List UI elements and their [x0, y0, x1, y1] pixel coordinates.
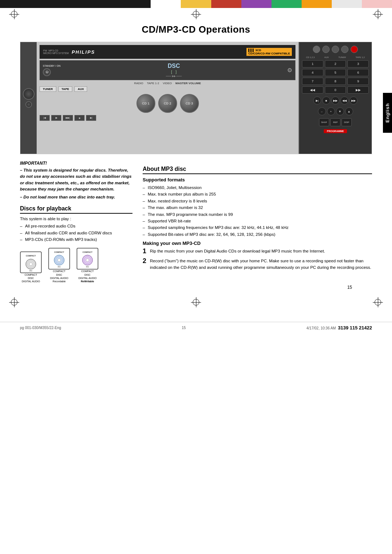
brand-logo: PHILIPS [72, 49, 95, 55]
standby-label: STANDBY / ON [43, 65, 61, 67]
num-0[interactable]: 0 [325, 86, 346, 94]
svg-point-15 [86, 259, 89, 262]
page-title: CD/MP3-CD Operations [20, 24, 372, 35]
color-block-1 [0, 0, 30, 8]
remote-program-btn[interactable]: PROGRAMME [324, 129, 347, 133]
num-3[interactable]: 3 [347, 60, 369, 67]
tune-up[interactable]: ▲ [345, 107, 353, 115]
vol-down[interactable]: – [318, 107, 326, 115]
important-text: – This system is designed for regular di… [20, 167, 132, 200]
num-8[interactable]: 8 [325, 78, 346, 85]
color-block-orange [302, 0, 332, 8]
reg-mark-bl [11, 299, 17, 305]
disc-svg-recordable: COMPACT disc [48, 248, 70, 270]
cd-slot-3[interactable]: CD 3 [180, 94, 199, 113]
remote-src3[interactable] [341, 46, 348, 53]
aux-tab[interactable]: AUX [74, 86, 87, 92]
speaker-left [20, 42, 37, 154]
remote-power[interactable] [351, 46, 358, 53]
num-5[interactable]: 5 [325, 69, 346, 76]
format-item-5: Supported VBR bit-rate [143, 218, 372, 224]
svg-text:COMPACT: COMPACT [26, 255, 36, 257]
nav-play[interactable]: ▶| [313, 97, 321, 104]
power-icon: ⏻ [45, 70, 48, 74]
vol-up[interactable]: + [327, 107, 335, 115]
remote-repeat[interactable]: REP [330, 118, 340, 126]
remote-shuffle[interactable]: SHUF [319, 118, 329, 126]
3cd-badge: ▌▌▌ 3CDCD/CDR/CD-RW COMPATIBLE [246, 48, 292, 56]
num-2[interactable]: 2 [325, 60, 346, 67]
stop-btn[interactable]: ■ [74, 115, 85, 121]
num-9[interactable]: 9 [347, 78, 369, 85]
reg-mark-br [375, 299, 381, 305]
remote-mute[interactable] [313, 46, 320, 53]
supported-formats-heading: Supported formats [143, 177, 372, 182]
remote-src2[interactable] [332, 46, 339, 53]
reg-marks-top [0, 8, 392, 20]
two-column-layout: IMPORTANT! – This system is designed for… [20, 161, 372, 283]
important-p2: – Do not load more than one disc into ea… [20, 194, 132, 200]
bottom-doc-ref: pg 001-030/M355/22-Eng [20, 326, 61, 330]
dsc-label: DSC [61, 63, 287, 69]
reg-mark-tr [375, 11, 381, 17]
disc-label-standard: COMPACTDISCDIGITAL AUDIO [22, 273, 40, 283]
num-prev[interactable]: ◀◀ [302, 86, 323, 94]
tune-down[interactable]: ▼ [336, 107, 344, 115]
remote-control: CD 1,2,3 AUX TUNER TAPE 1,2 1 2 3 4 5 6 … [299, 42, 372, 154]
disc-svg-standard: COMPACT disc [20, 251, 42, 273]
color-block-3 [60, 0, 90, 8]
prev-btn[interactable]: |◀ [40, 115, 50, 121]
cd-slot-1[interactable]: CD 1 [136, 94, 155, 113]
speaker-tweeter [25, 101, 32, 108]
format-item-0: ISO9660, Joliet, Multisession [143, 184, 372, 191]
disc-icon-recordable: COMPACT disc COMPACTDISCDIGITAL AUDIORec… [48, 248, 70, 283]
reg-mark-bc [193, 299, 199, 305]
num-next[interactable]: ▶▶ [347, 86, 369, 94]
making-mp3-heading: Making your own MP3-CD [143, 241, 372, 246]
nav-rew[interactable]: ◀◀ [340, 97, 348, 104]
main-content: English CD/MP3-CD Operations FW MP3-CDMI… [0, 20, 392, 297]
remote-top-row [313, 46, 358, 53]
tuner-tab[interactable]: TUNER [40, 86, 56, 92]
num-4[interactable]: 4 [302, 69, 323, 76]
remote-extra: SHUF REP DISP [319, 118, 352, 126]
cd-slot-2[interactable]: CD 2 [158, 94, 177, 113]
play-btn[interactable]: ▶ [51, 115, 61, 121]
tape-tab[interactable]: TAPE [58, 86, 73, 92]
remote-src1[interactable] [322, 46, 330, 53]
pause-btn[interactable]: ▶▶| [63, 115, 73, 121]
important-title: IMPORTANT! [20, 161, 132, 166]
num-7[interactable]: 7 [302, 78, 323, 85]
svg-point-3 [29, 263, 32, 266]
power-button[interactable]: ⏻ [43, 68, 51, 76]
remote-display[interactable]: DISP [342, 118, 352, 126]
stereo-body: FW MP3-CDMICRO MP3 SYSTEM PHILIPS ▌▌▌ 3C… [37, 42, 299, 154]
color-block-green [271, 0, 302, 8]
nav-stop[interactable]: ■ [322, 97, 330, 104]
format-item-7: Supported Bit-rates of MP3 disc are: 32,… [143, 231, 372, 238]
format-item-4: The max. MP3 programme track number is 9… [143, 211, 372, 218]
svg-point-9 [58, 259, 61, 262]
stereo-top-band: FW MP3-CDMICRO MP3 SYSTEM PHILIPS ▌▌▌ 3C… [40, 45, 295, 59]
disc-icon-rewritable: COMPACT disc COMPACTDISCDIGITAL AUDIOReW… [77, 248, 98, 283]
svg-text:disc: disc [86, 266, 89, 268]
disc-item-1: All pre-recorded audio CDs [20, 223, 132, 229]
bottom-page-num: 15 [182, 326, 186, 330]
num-6[interactable]: 6 [347, 69, 369, 76]
playback-controls: |◀ ▶ ▶▶| ■ ▶| [40, 115, 295, 121]
color-block-2 [30, 0, 60, 8]
num-1[interactable]: 1 [302, 60, 323, 67]
disc-label-recordable: COMPACTDISCDIGITAL AUDIORecordable [50, 270, 68, 283]
next-btn[interactable]: ▶| [86, 115, 96, 121]
page-number-display: 15 [20, 285, 372, 290]
radio-label: RADIO [134, 82, 143, 85]
display-indicators: ═══ ▶▶ ═══ [61, 75, 287, 78]
bottom-reg-row [0, 297, 392, 307]
nav-pause[interactable]: ▶▶ [331, 97, 339, 104]
nav-ff[interactable]: ▶▶ [350, 97, 358, 104]
video-label: VIDEO [163, 82, 172, 85]
format-item-3: The max. album number is 32 [143, 204, 372, 211]
remote-numpad: 1 2 3 4 5 6 7 8 9 ◀◀ 0 ▶▶ [302, 60, 369, 94]
disc-icons: COMPACT disc COMPACTDISCDIGITAL AUDIO [20, 248, 132, 283]
color-block-5 [121, 0, 151, 8]
